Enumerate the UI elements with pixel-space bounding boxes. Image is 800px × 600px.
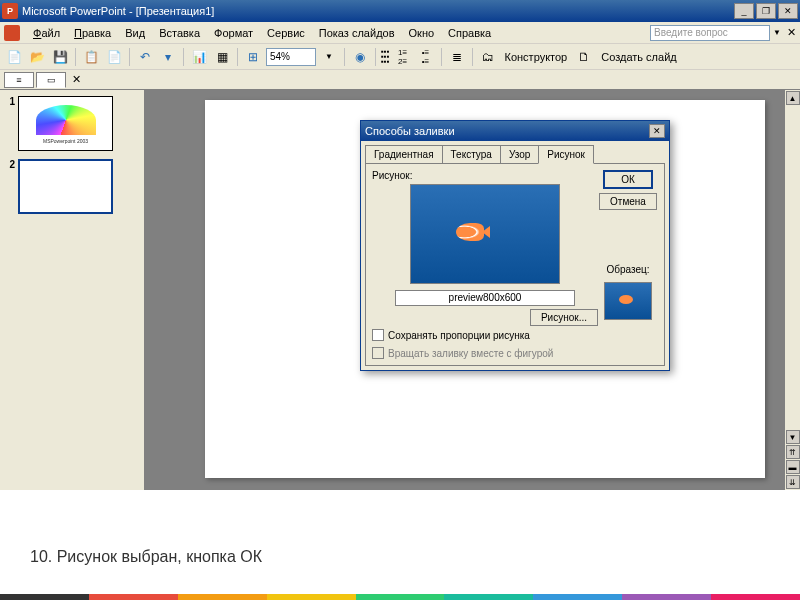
color-bar bbox=[0, 594, 800, 600]
slides-tab[interactable]: ▭ bbox=[36, 72, 66, 88]
prev-slide-icon[interactable]: ⇈ bbox=[786, 445, 800, 459]
separator bbox=[237, 48, 238, 66]
separator bbox=[75, 48, 76, 66]
separator bbox=[441, 48, 442, 66]
thumb-label: MSPowerpoint 2003 bbox=[24, 138, 107, 144]
scroll-up-icon[interactable]: ▲ bbox=[786, 91, 800, 105]
dialog-close-button[interactable]: ✕ bbox=[649, 124, 665, 138]
app-menu-icon[interactable] bbox=[4, 25, 20, 41]
color-fan-graphic bbox=[36, 105, 96, 135]
paste-icon[interactable]: 📄 bbox=[104, 47, 124, 67]
next-slide-icon[interactable]: ⇊ bbox=[786, 475, 800, 489]
preserve-aspect-row[interactable]: Сохранять пропорции рисунка bbox=[372, 329, 598, 341]
menu-view[interactable]: Вид bbox=[118, 25, 152, 41]
indent-icon[interactable]: ≣ bbox=[447, 47, 467, 67]
rotate-fill-row: Вращать заливку вместе с фигурой bbox=[372, 347, 598, 359]
slide-thumb-1[interactable]: 1 MSPowerpoint 2003 bbox=[6, 96, 138, 151]
menu-insert[interactable]: Вставка bbox=[152, 25, 207, 41]
picture-preview bbox=[410, 184, 560, 284]
tab-texture[interactable]: Текстура bbox=[442, 145, 501, 164]
dialog-titlebar[interactable]: Способы заливки ✕ bbox=[361, 121, 669, 141]
grid-icon[interactable]: ⊞ bbox=[243, 47, 263, 67]
dialog-left-pane: Рисунок: preview800x600 Рисунок... Сохра… bbox=[372, 170, 598, 359]
table-icon[interactable]: ▦ bbox=[212, 47, 232, 67]
new-doc-icon[interactable]: 📄 bbox=[4, 47, 24, 67]
restore-button[interactable]: ❐ bbox=[756, 3, 776, 19]
separator bbox=[129, 48, 130, 66]
menu-format[interactable]: Формат bbox=[207, 25, 260, 41]
fill-effects-dialog: Способы заливки ✕ Градиентная Текстура У… bbox=[360, 120, 670, 371]
new-slide-button[interactable]: Создать слайд bbox=[597, 51, 680, 63]
tabs-close-icon[interactable]: ✕ bbox=[72, 73, 81, 86]
sample-label: Образец: bbox=[606, 264, 649, 275]
save-icon[interactable]: 💾 bbox=[50, 47, 70, 67]
separator bbox=[183, 48, 184, 66]
close-button[interactable]: ✕ bbox=[778, 3, 798, 19]
design-icon[interactable]: 🗂 bbox=[478, 47, 498, 67]
zoom-combo[interactable]: 54% bbox=[266, 48, 316, 66]
numbered-list-icon[interactable]: 1≡2≡ bbox=[393, 47, 413, 67]
thumbnail[interactable] bbox=[18, 159, 113, 214]
doc-close-button[interactable]: ✕ bbox=[787, 26, 796, 39]
dropdown-icon[interactable]: ▼ bbox=[773, 28, 781, 37]
slide-panel: 1 MSPowerpoint 2003 2 bbox=[0, 90, 145, 490]
sample-fish-graphic bbox=[619, 295, 633, 304]
preserve-aspect-label: Сохранять пропорции рисунка bbox=[388, 330, 530, 341]
window-buttons: _ ❐ ✕ bbox=[734, 3, 798, 19]
app-icon: P bbox=[2, 3, 18, 19]
select-picture-button[interactable]: Рисунок... bbox=[530, 309, 598, 326]
cancel-button[interactable]: Отмена bbox=[599, 193, 657, 210]
slide-thumb-2[interactable]: 2 bbox=[6, 159, 138, 214]
window-title: Microsoft PowerPoint - [Презентация1] bbox=[22, 5, 734, 17]
new-slide-icon[interactable]: 🗋 bbox=[574, 47, 594, 67]
outline-tab[interactable]: ≡ bbox=[4, 72, 34, 88]
menu-edit[interactable]: Правка bbox=[67, 25, 118, 41]
open-icon[interactable]: 📂 bbox=[27, 47, 47, 67]
slide-number: 1 bbox=[6, 96, 18, 151]
dialog-right-pane: ОК Отмена Образец: bbox=[598, 170, 658, 359]
checkbox-icon[interactable] bbox=[372, 329, 384, 341]
menu-bar: Файл Правка Вид Вставка Формат Сервис По… bbox=[0, 22, 800, 44]
dialog-title: Способы заливки bbox=[365, 125, 649, 137]
redo-icon[interactable]: ▾ bbox=[158, 47, 178, 67]
ok-button[interactable]: ОК bbox=[603, 170, 653, 189]
vertical-scrollbar[interactable]: ▲ ▼ ⇈ ▬ ⇊ bbox=[784, 90, 800, 490]
sample-preview bbox=[604, 282, 652, 320]
undo-icon[interactable]: ↶ bbox=[135, 47, 155, 67]
separator bbox=[344, 48, 345, 66]
menu-slideshow[interactable]: Показ слайдов bbox=[312, 25, 402, 41]
scroll-down-icon[interactable]: ▼ bbox=[786, 430, 800, 444]
help-icon[interactable]: ◉ bbox=[350, 47, 370, 67]
fish-graphic bbox=[456, 223, 484, 241]
slide-number: 2 bbox=[6, 159, 18, 214]
bullet-list-icon[interactable]: •≡•≡ bbox=[416, 47, 436, 67]
separator bbox=[472, 48, 473, 66]
tab-gradient[interactable]: Градиентная bbox=[365, 145, 443, 164]
help-search-box[interactable]: Введите вопрос bbox=[650, 25, 770, 41]
zoom-dropdown-icon[interactable]: ▼ bbox=[319, 47, 339, 67]
checkbox-icon bbox=[372, 347, 384, 359]
menu-file[interactable]: Файл bbox=[26, 25, 67, 41]
instruction-caption: 10. Рисунок выбран, кнопка ОК bbox=[0, 534, 800, 580]
menu-window[interactable]: Окно bbox=[402, 25, 442, 41]
minimize-button[interactable]: _ bbox=[734, 3, 754, 19]
chart-icon[interactable]: 📊 bbox=[189, 47, 209, 67]
view-tabs: ≡ ▭ ✕ bbox=[0, 70, 800, 90]
separator bbox=[375, 48, 376, 66]
preview-caption: preview800x600 bbox=[395, 290, 575, 306]
tab-picture[interactable]: Рисунок bbox=[538, 145, 594, 164]
rotate-fill-label: Вращать заливку вместе с фигурой bbox=[388, 348, 553, 359]
menu-help[interactable]: Справка bbox=[441, 25, 498, 41]
tab-pattern[interactable]: Узор bbox=[500, 145, 539, 164]
toolbar: 📄 📂 💾 📋 📄 ↶ ▾ 📊 ▦ ⊞ 54% ▼ ◉ ▪▪▪▪▪▪▪▪▪ 1≡… bbox=[0, 44, 800, 70]
title-bar: P Microsoft PowerPoint - [Презентация1] … bbox=[0, 0, 800, 22]
designer-button[interactable]: Конструктор bbox=[501, 51, 572, 63]
dialog-tabs: Градиентная Текстура Узор Рисунок bbox=[361, 141, 669, 164]
slide-nav-icon[interactable]: ▬ bbox=[786, 460, 800, 474]
list-icon[interactable]: ▪▪▪▪▪▪▪▪▪ bbox=[381, 49, 390, 64]
copy-icon[interactable]: 📋 bbox=[81, 47, 101, 67]
menu-service[interactable]: Сервис bbox=[260, 25, 312, 41]
thumbnail[interactable]: MSPowerpoint 2003 bbox=[18, 96, 113, 151]
picture-label: Рисунок: bbox=[372, 170, 598, 181]
dialog-body: Рисунок: preview800x600 Рисунок... Сохра… bbox=[365, 163, 665, 366]
